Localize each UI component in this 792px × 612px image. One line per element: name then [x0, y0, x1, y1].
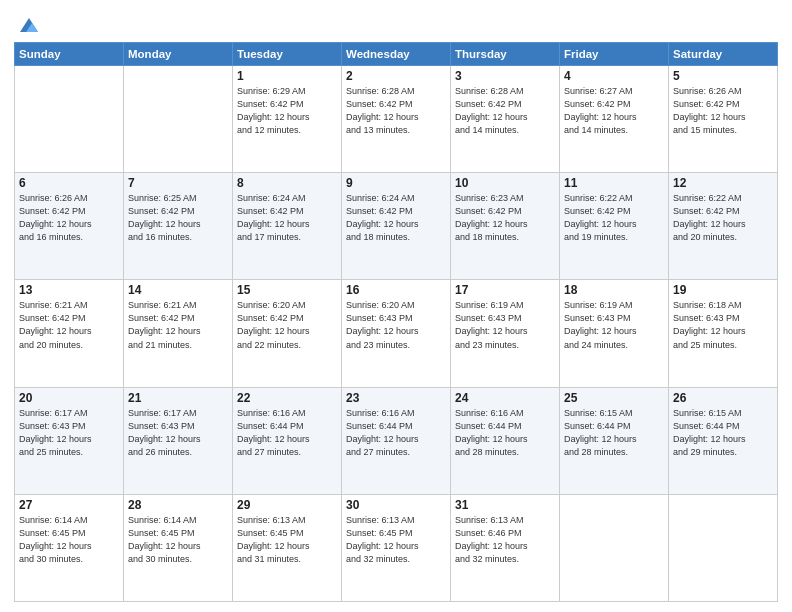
calendar-cell: 31Sunrise: 6:13 AM Sunset: 6:46 PM Dayli… [451, 494, 560, 601]
day-info: Sunrise: 6:15 AM Sunset: 6:44 PM Dayligh… [673, 407, 773, 459]
day-number: 7 [128, 176, 228, 190]
day-number: 12 [673, 176, 773, 190]
calendar-week-row: 13Sunrise: 6:21 AM Sunset: 6:42 PM Dayli… [15, 280, 778, 387]
calendar-header-wednesday: Wednesday [342, 43, 451, 66]
day-info: Sunrise: 6:16 AM Sunset: 6:44 PM Dayligh… [346, 407, 446, 459]
day-info: Sunrise: 6:23 AM Sunset: 6:42 PM Dayligh… [455, 192, 555, 244]
calendar-cell: 2Sunrise: 6:28 AM Sunset: 6:42 PM Daylig… [342, 66, 451, 173]
calendar-cell: 18Sunrise: 6:19 AM Sunset: 6:43 PM Dayli… [560, 280, 669, 387]
day-info: Sunrise: 6:22 AM Sunset: 6:42 PM Dayligh… [673, 192, 773, 244]
day-info: Sunrise: 6:13 AM Sunset: 6:45 PM Dayligh… [346, 514, 446, 566]
day-info: Sunrise: 6:17 AM Sunset: 6:43 PM Dayligh… [19, 407, 119, 459]
day-number: 9 [346, 176, 446, 190]
calendar-cell: 23Sunrise: 6:16 AM Sunset: 6:44 PM Dayli… [342, 387, 451, 494]
calendar-cell: 29Sunrise: 6:13 AM Sunset: 6:45 PM Dayli… [233, 494, 342, 601]
day-number: 6 [19, 176, 119, 190]
day-info: Sunrise: 6:21 AM Sunset: 6:42 PM Dayligh… [19, 299, 119, 351]
calendar-header-sunday: Sunday [15, 43, 124, 66]
day-number: 29 [237, 498, 337, 512]
calendar-header-monday: Monday [124, 43, 233, 66]
header [14, 10, 778, 36]
day-number: 20 [19, 391, 119, 405]
logo [14, 14, 40, 36]
calendar-week-row: 27Sunrise: 6:14 AM Sunset: 6:45 PM Dayli… [15, 494, 778, 601]
day-info: Sunrise: 6:26 AM Sunset: 6:42 PM Dayligh… [673, 85, 773, 137]
calendar-header-row: SundayMondayTuesdayWednesdayThursdayFrid… [15, 43, 778, 66]
calendar-cell [560, 494, 669, 601]
calendar-cell: 8Sunrise: 6:24 AM Sunset: 6:42 PM Daylig… [233, 173, 342, 280]
day-number: 15 [237, 283, 337, 297]
calendar-cell: 13Sunrise: 6:21 AM Sunset: 6:42 PM Dayli… [15, 280, 124, 387]
day-info: Sunrise: 6:22 AM Sunset: 6:42 PM Dayligh… [564, 192, 664, 244]
day-number: 2 [346, 69, 446, 83]
calendar-cell: 15Sunrise: 6:20 AM Sunset: 6:42 PM Dayli… [233, 280, 342, 387]
day-number: 18 [564, 283, 664, 297]
calendar-table: SundayMondayTuesdayWednesdayThursdayFrid… [14, 42, 778, 602]
calendar-cell: 1Sunrise: 6:29 AM Sunset: 6:42 PM Daylig… [233, 66, 342, 173]
day-info: Sunrise: 6:13 AM Sunset: 6:45 PM Dayligh… [237, 514, 337, 566]
day-info: Sunrise: 6:15 AM Sunset: 6:44 PM Dayligh… [564, 407, 664, 459]
calendar-cell: 21Sunrise: 6:17 AM Sunset: 6:43 PM Dayli… [124, 387, 233, 494]
day-info: Sunrise: 6:14 AM Sunset: 6:45 PM Dayligh… [19, 514, 119, 566]
calendar-cell [124, 66, 233, 173]
day-info: Sunrise: 6:28 AM Sunset: 6:42 PM Dayligh… [455, 85, 555, 137]
day-number: 5 [673, 69, 773, 83]
calendar-week-row: 1Sunrise: 6:29 AM Sunset: 6:42 PM Daylig… [15, 66, 778, 173]
calendar-cell: 24Sunrise: 6:16 AM Sunset: 6:44 PM Dayli… [451, 387, 560, 494]
day-info: Sunrise: 6:19 AM Sunset: 6:43 PM Dayligh… [564, 299, 664, 351]
calendar-cell: 17Sunrise: 6:19 AM Sunset: 6:43 PM Dayli… [451, 280, 560, 387]
calendar-cell: 20Sunrise: 6:17 AM Sunset: 6:43 PM Dayli… [15, 387, 124, 494]
calendar-cell: 28Sunrise: 6:14 AM Sunset: 6:45 PM Dayli… [124, 494, 233, 601]
calendar-cell: 25Sunrise: 6:15 AM Sunset: 6:44 PM Dayli… [560, 387, 669, 494]
day-number: 3 [455, 69, 555, 83]
day-number: 31 [455, 498, 555, 512]
calendar-cell: 10Sunrise: 6:23 AM Sunset: 6:42 PM Dayli… [451, 173, 560, 280]
day-info: Sunrise: 6:25 AM Sunset: 6:42 PM Dayligh… [128, 192, 228, 244]
day-number: 22 [237, 391, 337, 405]
logo-icon [18, 14, 40, 36]
calendar-cell: 14Sunrise: 6:21 AM Sunset: 6:42 PM Dayli… [124, 280, 233, 387]
calendar-header-saturday: Saturday [669, 43, 778, 66]
calendar-cell: 30Sunrise: 6:13 AM Sunset: 6:45 PM Dayli… [342, 494, 451, 601]
calendar-header-friday: Friday [560, 43, 669, 66]
day-info: Sunrise: 6:28 AM Sunset: 6:42 PM Dayligh… [346, 85, 446, 137]
day-number: 26 [673, 391, 773, 405]
calendar-cell: 16Sunrise: 6:20 AM Sunset: 6:43 PM Dayli… [342, 280, 451, 387]
day-info: Sunrise: 6:24 AM Sunset: 6:42 PM Dayligh… [237, 192, 337, 244]
day-number: 28 [128, 498, 228, 512]
calendar-cell: 4Sunrise: 6:27 AM Sunset: 6:42 PM Daylig… [560, 66, 669, 173]
day-info: Sunrise: 6:19 AM Sunset: 6:43 PM Dayligh… [455, 299, 555, 351]
day-number: 27 [19, 498, 119, 512]
calendar-cell: 5Sunrise: 6:26 AM Sunset: 6:42 PM Daylig… [669, 66, 778, 173]
day-info: Sunrise: 6:14 AM Sunset: 6:45 PM Dayligh… [128, 514, 228, 566]
day-number: 10 [455, 176, 555, 190]
day-number: 4 [564, 69, 664, 83]
day-info: Sunrise: 6:20 AM Sunset: 6:43 PM Dayligh… [346, 299, 446, 351]
day-number: 17 [455, 283, 555, 297]
calendar-cell: 19Sunrise: 6:18 AM Sunset: 6:43 PM Dayli… [669, 280, 778, 387]
day-info: Sunrise: 6:16 AM Sunset: 6:44 PM Dayligh… [455, 407, 555, 459]
calendar-cell: 26Sunrise: 6:15 AM Sunset: 6:44 PM Dayli… [669, 387, 778, 494]
calendar-cell: 11Sunrise: 6:22 AM Sunset: 6:42 PM Dayli… [560, 173, 669, 280]
day-number: 30 [346, 498, 446, 512]
day-info: Sunrise: 6:13 AM Sunset: 6:46 PM Dayligh… [455, 514, 555, 566]
day-number: 16 [346, 283, 446, 297]
day-info: Sunrise: 6:24 AM Sunset: 6:42 PM Dayligh… [346, 192, 446, 244]
day-number: 19 [673, 283, 773, 297]
day-number: 25 [564, 391, 664, 405]
calendar-cell: 9Sunrise: 6:24 AM Sunset: 6:42 PM Daylig… [342, 173, 451, 280]
calendar-cell [15, 66, 124, 173]
calendar-cell: 22Sunrise: 6:16 AM Sunset: 6:44 PM Dayli… [233, 387, 342, 494]
calendar-header-thursday: Thursday [451, 43, 560, 66]
day-number: 24 [455, 391, 555, 405]
day-info: Sunrise: 6:21 AM Sunset: 6:42 PM Dayligh… [128, 299, 228, 351]
day-info: Sunrise: 6:27 AM Sunset: 6:42 PM Dayligh… [564, 85, 664, 137]
calendar-cell [669, 494, 778, 601]
calendar-cell: 6Sunrise: 6:26 AM Sunset: 6:42 PM Daylig… [15, 173, 124, 280]
day-number: 8 [237, 176, 337, 190]
calendar-cell: 7Sunrise: 6:25 AM Sunset: 6:42 PM Daylig… [124, 173, 233, 280]
day-number: 11 [564, 176, 664, 190]
day-number: 13 [19, 283, 119, 297]
day-number: 21 [128, 391, 228, 405]
calendar-header-tuesday: Tuesday [233, 43, 342, 66]
